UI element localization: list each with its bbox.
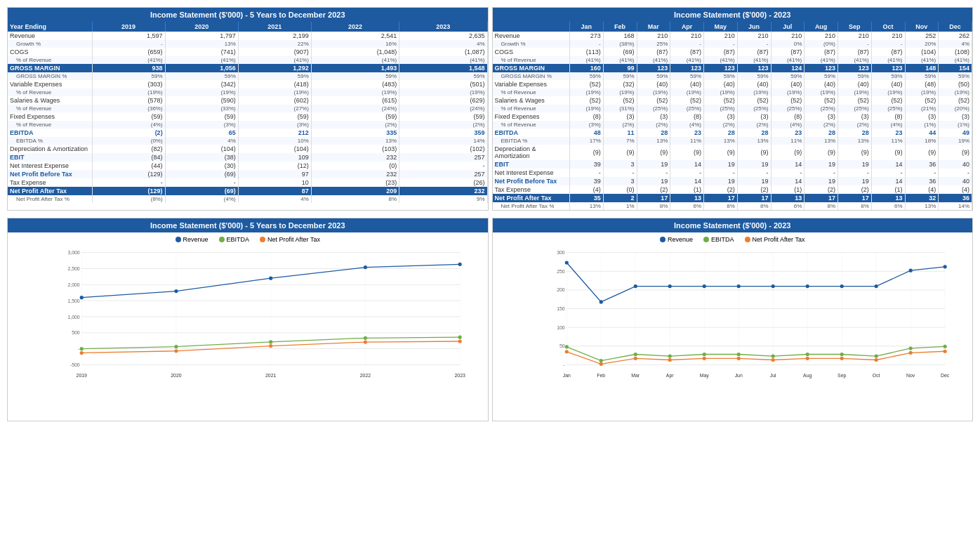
row-value: 59% — [603, 72, 637, 80]
monthly-chart-title: Income Statement ($'000) - 2023 — [493, 218, 973, 232]
row-value: (40) — [637, 80, 670, 88]
row-value: (87) — [737, 48, 771, 56]
row-value: (69) — [165, 187, 238, 195]
row-value: 44 — [905, 129, 939, 137]
row-value: (9) — [939, 145, 972, 160]
row-value: 2,635 — [399, 32, 487, 40]
row-value: (52) — [939, 96, 972, 105]
row-value: (9) — [737, 145, 771, 160]
row-value: (87) — [871, 48, 905, 56]
svg-point-89 — [908, 269, 912, 272]
row-value: - — [603, 169, 637, 177]
row-value: (3) — [804, 112, 838, 121]
row-value: (0%) — [804, 40, 838, 48]
svg-text:Sep: Sep — [837, 373, 846, 379]
svg-point-81 — [633, 284, 637, 288]
svg-text:150: 150 — [557, 306, 565, 311]
svg-text:-: - — [563, 362, 564, 367]
row-value: (31%) — [603, 105, 637, 112]
row-value: (418) — [238, 80, 311, 88]
row-label: EBITDA % — [493, 137, 570, 145]
row-label: Depreciation & Amortization — [8, 145, 92, 153]
row-value: 87 — [238, 187, 311, 195]
row-label: GROSS MARGIN % — [8, 72, 92, 80]
monthly-col-header: Aug — [804, 22, 838, 32]
row-label: COGS — [8, 48, 92, 56]
row-value: - — [838, 40, 872, 48]
row-value: (50) — [939, 80, 972, 88]
svg-point-96 — [736, 353, 740, 356]
row-value: (19%) — [399, 88, 487, 96]
row-value: - — [737, 40, 771, 48]
svg-text:Dec: Dec — [941, 373, 950, 378]
row-value: 59% — [905, 72, 939, 80]
row-value: 109 — [238, 153, 311, 162]
monthly-col-header: Dec — [939, 22, 972, 32]
row-value: - — [92, 178, 165, 187]
row-value: (24%) — [399, 105, 487, 112]
row-value: (52) — [570, 96, 604, 105]
row-value: (3%) — [165, 121, 238, 129]
svg-text:May: May — [699, 373, 709, 379]
row-label: Variable Expenses — [8, 80, 92, 88]
row-value: 1,548 — [399, 64, 487, 72]
row-value: (129) — [92, 187, 165, 195]
row-label: Variable Expenses — [493, 80, 570, 88]
row-value: (52) — [704, 96, 738, 105]
charts-row: Income Statement ($'000) - 5 Years to De… — [7, 218, 973, 421]
legend-ebitda-m: EBITDA — [703, 236, 734, 243]
row-value: (9) — [704, 145, 738, 160]
row-value: 8% — [637, 202, 670, 210]
row-value: 154 — [939, 64, 972, 72]
row-value: (44) — [92, 162, 165, 170]
row-value: 25% — [637, 40, 670, 48]
svg-point-36 — [80, 351, 84, 355]
row-value: 40 — [939, 177, 972, 185]
row-value: (41%) — [871, 56, 905, 64]
svg-point-100 — [874, 355, 878, 358]
row-value: (4%) — [92, 121, 165, 129]
legend-revenue-m: Revenue — [660, 236, 693, 243]
row-value: (8) — [871, 112, 905, 121]
row-value: 17 — [737, 194, 771, 202]
col-header-label: Year Ending — [8, 22, 92, 32]
row-value: 3 — [603, 160, 637, 169]
row-value: 8% — [704, 202, 738, 210]
row-value: (19%) — [238, 88, 311, 96]
row-value: (9) — [905, 145, 939, 160]
row-value: (3%) — [570, 121, 604, 129]
row-value: - — [570, 40, 604, 48]
row-value: 4% — [939, 40, 972, 48]
row-value: 23 — [670, 129, 704, 137]
row-value: 9% — [399, 195, 487, 203]
monthly-col-header: Nov — [905, 22, 939, 32]
col-header-2019: 2019 — [92, 22, 165, 32]
row-value: - — [704, 40, 738, 48]
row-value: 232 — [311, 170, 399, 178]
row-value: (2%) — [737, 121, 771, 129]
row-label: Revenue — [8, 32, 92, 40]
row-value: (25%) — [838, 105, 872, 112]
row-value: (9) — [838, 145, 872, 160]
monthly-svg: 30025020015010050-JanFebMarAprMayJunJulA… — [528, 247, 966, 380]
row-value: (41%) — [737, 56, 771, 64]
row-label: Tax Expense — [493, 185, 570, 194]
row-value: (3) — [838, 112, 872, 121]
row-value: (25%) — [804, 105, 838, 112]
row-label: Salaries & Wages — [8, 96, 92, 105]
row-label: % of Revenue — [8, 121, 92, 129]
svg-text:1,000: 1,000 — [67, 315, 79, 320]
row-value: (2%) — [637, 121, 670, 129]
row-value: (3) — [939, 112, 972, 121]
row-value: (9) — [570, 145, 604, 160]
row-value: (2%) — [603, 121, 637, 129]
row-value: 19 — [637, 160, 670, 169]
legend-dot-ebitda-5y — [219, 237, 225, 242]
row-value: (21%) — [905, 105, 939, 112]
row-value: (41%) — [311, 56, 399, 64]
col-header-2022: 2022 — [311, 22, 399, 32]
row-value: 210 — [771, 32, 804, 40]
row-value: 210 — [804, 32, 838, 40]
svg-point-34 — [364, 336, 367, 340]
svg-text:Apr: Apr — [666, 373, 673, 379]
